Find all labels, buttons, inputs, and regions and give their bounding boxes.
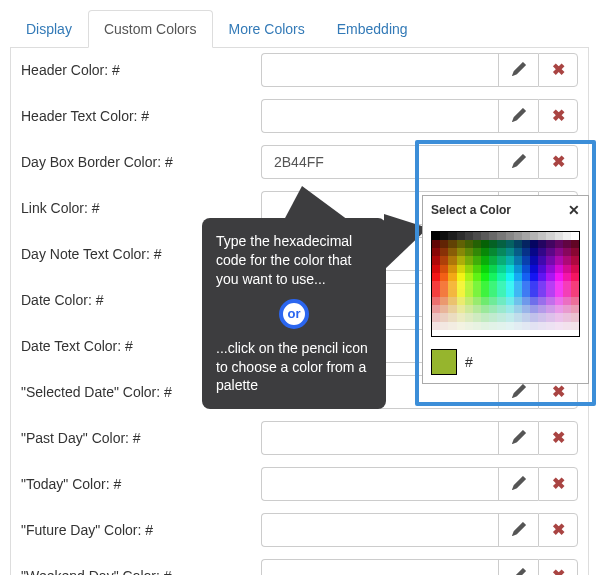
tab-embedding[interactable]: Embedding (321, 10, 424, 48)
field-label: "Future Day" Color: # (21, 522, 251, 538)
hash-label: # (465, 354, 473, 370)
pencil-icon (512, 476, 526, 493)
hex-input[interactable] (261, 421, 498, 455)
pencil-icon (512, 108, 526, 125)
field-label: Header Color: # (21, 62, 251, 78)
hex-input[interactable] (261, 559, 498, 575)
color-row: "Weekend Day" Color: #✖ (11, 553, 588, 575)
color-row: "Today" Color: #✖ (11, 461, 588, 507)
pencil-icon (512, 522, 526, 539)
edit-color-button[interactable] (498, 53, 538, 87)
x-icon: ✖ (552, 476, 565, 492)
field-label: "Weekend Day" Color: # (21, 568, 251, 575)
hex-input[interactable] (261, 99, 498, 133)
color-picker-title: Select a Color (431, 203, 511, 217)
color-row: Header Color: #✖ (11, 47, 588, 93)
field-label: Header Text Color: # (21, 108, 251, 124)
tab-bar: Display Custom Colors More Colors Embedd… (10, 10, 589, 48)
tab-display[interactable]: Display (10, 10, 88, 48)
field-label: "Today" Color: # (21, 476, 251, 492)
callout-text-top: Type the hexadecimal code for the color … (216, 232, 372, 289)
color-picker-body: # (422, 223, 589, 384)
or-badge: or (279, 299, 309, 329)
hex-input[interactable] (261, 513, 498, 547)
color-preview-swatch (431, 349, 457, 375)
color-row: "Past Day" Color: #✖ (11, 415, 588, 461)
clear-color-button[interactable]: ✖ (538, 421, 578, 455)
tab-custom-colors[interactable]: Custom Colors (88, 10, 213, 48)
edit-color-button[interactable] (498, 513, 538, 547)
color-row: "Future Day" Color: #✖ (11, 507, 588, 553)
edit-color-button[interactable] (498, 421, 538, 455)
x-icon: ✖ (552, 568, 565, 575)
x-icon: ✖ (552, 430, 565, 446)
pencil-icon (512, 62, 526, 79)
x-icon: ✖ (552, 62, 565, 78)
callout-text-bottom: ...click on the pencil icon to choose a … (216, 339, 372, 396)
pencil-icon (512, 568, 526, 576)
hex-input[interactable] (261, 467, 498, 501)
color-preview-row: # (431, 349, 580, 375)
edit-color-button[interactable] (498, 99, 538, 133)
color-row: Header Text Color: #✖ (11, 93, 588, 139)
edit-color-button[interactable] (498, 467, 538, 501)
color-picker-header: Select a Color ✕ (422, 195, 589, 225)
field-label: Link Color: # (21, 200, 251, 216)
help-callout: Type the hexadecimal code for the color … (202, 218, 386, 409)
color-swatch-grid[interactable] (431, 231, 580, 337)
tab-more-colors[interactable]: More Colors (213, 10, 321, 48)
x-icon: ✖ (552, 522, 565, 538)
edit-color-button[interactable] (498, 559, 538, 575)
hex-input[interactable] (261, 53, 498, 87)
clear-color-button[interactable]: ✖ (538, 559, 578, 575)
clear-color-button[interactable]: ✖ (538, 53, 578, 87)
x-icon: ✖ (552, 108, 565, 124)
field-label: Day Box Border Color: # (21, 154, 251, 170)
clear-color-button[interactable]: ✖ (538, 467, 578, 501)
field-label: "Past Day" Color: # (21, 430, 251, 446)
clear-color-button[interactable]: ✖ (538, 513, 578, 547)
clear-color-button[interactable]: ✖ (538, 99, 578, 133)
close-icon[interactable]: ✕ (568, 202, 580, 218)
pencil-icon (512, 430, 526, 447)
